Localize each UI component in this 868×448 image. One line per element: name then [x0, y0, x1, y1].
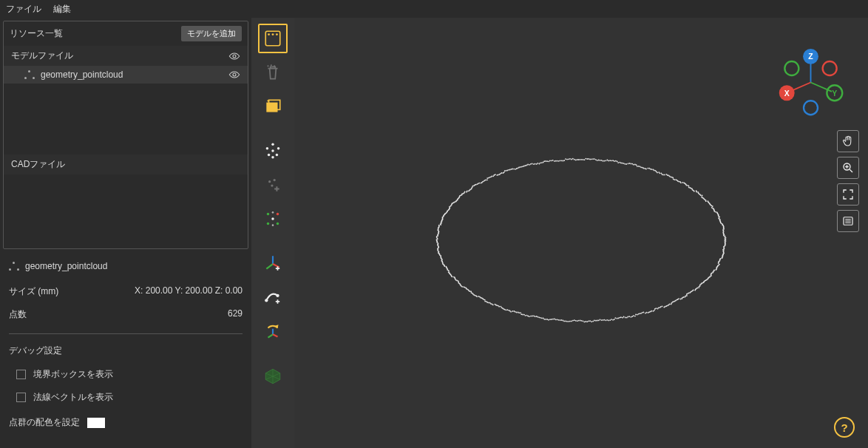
svg-point-168 [612, 319, 614, 321]
resource-list-header: リソース一覧 モデルを追加 [4, 21, 248, 46]
svg-point-441 [495, 174, 496, 175]
svg-point-194 [575, 320, 577, 322]
tool-delete-button[interactable] [258, 58, 288, 87]
svg-point-533 [620, 163, 622, 164]
svg-point-479 [543, 160, 545, 162]
svg-point-99 [694, 290, 696, 291]
normals-checkbox-row[interactable]: 法線ベクトルを表示 [9, 386, 243, 409]
svg-point-156 [628, 316, 630, 317]
svg-point-492 [563, 160, 564, 162]
tool-add-axis-button[interactable] [258, 248, 288, 278]
svg-point-633 [719, 217, 720, 218]
svg-point-180 [595, 320, 597, 322]
info-title-row: geometry_pointcloud [9, 258, 243, 280]
svg-point-530 [617, 161, 618, 163]
menu-edit[interactable]: 編集 [53, 3, 71, 16]
tool-scatter-button[interactable] [258, 136, 288, 166]
svg-point-484 [551, 160, 552, 161]
cad-list-empty [4, 174, 248, 248]
tool-add-path-button[interactable] [258, 282, 288, 312]
svg-point-508 [585, 158, 586, 160]
svg-point-490 [560, 160, 561, 161]
svg-point-576 [674, 179, 675, 180]
svg-point-6 [267, 65, 268, 67]
svg-point-529 [615, 160, 617, 162]
svg-point-545 [637, 166, 638, 167]
info-panel: geometry_pointcloud サイズ (mm) X: 200.00 Y… [0, 252, 251, 435]
checkbox-icon[interactable] [16, 370, 26, 379]
svg-point-199 [568, 321, 569, 322]
menu-file[interactable]: ファイル [6, 3, 41, 16]
left-panel: リソース一覧 モデルを追加 モデルファイル geometry_pointclou… [0, 18, 251, 448]
bbox-checkbox-row[interactable]: 境界ボックスを表示 [9, 363, 243, 386]
svg-point-242 [509, 310, 511, 312]
viewport-3d[interactable]: Z X Y ? [294, 18, 868, 448]
svg-point-189 [583, 320, 584, 322]
help-button[interactable]: ? [834, 417, 855, 438]
svg-point-436 [489, 177, 490, 178]
viewport-tools [837, 130, 859, 232]
svg-point-503 [578, 159, 580, 160]
color-swatch[interactable] [87, 418, 105, 428]
resource-list-title: リソース一覧 [10, 27, 63, 40]
tool-add-point-button[interactable] [258, 170, 288, 200]
svg-point-553 [648, 168, 649, 169]
color-setting-row[interactable]: 点群の配色を設定 [9, 409, 243, 429]
tool-add-layer-button[interactable] [258, 92, 288, 121]
svg-point-152 [634, 316, 636, 317]
svg-point-181 [594, 320, 595, 322]
svg-point-465 [525, 165, 526, 166]
pan-button[interactable] [837, 130, 859, 152]
svg-point-107 [686, 293, 688, 295]
svg-point-442 [497, 174, 498, 176]
svg-point-277 [471, 292, 472, 293]
svg-point-177 [600, 319, 601, 321]
svg-point-462 [521, 166, 523, 168]
svg-point-4 [272, 33, 274, 35]
tool-points-button[interactable] [258, 24, 288, 53]
tool-color-points-button[interactable] [258, 204, 288, 234]
visibility-icon[interactable] [228, 70, 240, 79]
svg-point-538 [628, 163, 629, 164]
axis-gizmo[interactable]: Z X Y [776, 47, 846, 118]
svg-point-198 [569, 321, 571, 322]
svg-point-537 [625, 163, 627, 165]
svg-point-234 [520, 312, 521, 313]
add-model-button[interactable]: モデルを追加 [181, 26, 242, 41]
cad-files-section[interactable]: CADファイル [4, 155, 248, 174]
svg-point-230 [525, 315, 526, 316]
zoom-button[interactable] [837, 157, 859, 179]
svg-point-158 [626, 317, 628, 319]
gizmo-z-label: Z [808, 52, 813, 61]
svg-point-193 [577, 320, 578, 322]
list-button[interactable] [837, 210, 859, 232]
size-value: X: 200.00 Y: 200.00 Z: 0.00 [135, 285, 243, 298]
checkbox-icon[interactable] [16, 393, 26, 402]
svg-point-170 [609, 319, 611, 321]
svg-point-3 [268, 33, 270, 35]
svg-point-472 [535, 163, 536, 165]
svg-point-668 [784, 61, 799, 75]
svg-point-483 [549, 160, 551, 161]
svg-point-504 [580, 159, 581, 160]
svg-point-554 [648, 168, 650, 169]
tool-mesh-button[interactable] [258, 361, 288, 390]
svg-point-201 [565, 321, 566, 322]
svg-point-108 [686, 295, 688, 296]
svg-point-535 [623, 163, 625, 164]
svg-point-476 [540, 162, 541, 163]
svg-point-169 [611, 319, 612, 320]
svg-point-192 [578, 320, 580, 322]
visibility-icon[interactable] [228, 52, 240, 61]
svg-point-449 [504, 170, 506, 172]
svg-point-142 [648, 312, 649, 313]
svg-point-262 [486, 301, 487, 302]
svg-point-236 [518, 312, 519, 313]
tool-rotate-axis-button[interactable] [258, 316, 288, 346]
svg-point-196 [572, 320, 574, 322]
model-item-row[interactable]: geometry_pointcloud [4, 66, 248, 84]
svg-point-95 [698, 287, 699, 288]
svg-point-527 [612, 160, 614, 161]
model-files-section[interactable]: モデルファイル [4, 46, 248, 66]
fit-view-button[interactable] [837, 183, 859, 206]
